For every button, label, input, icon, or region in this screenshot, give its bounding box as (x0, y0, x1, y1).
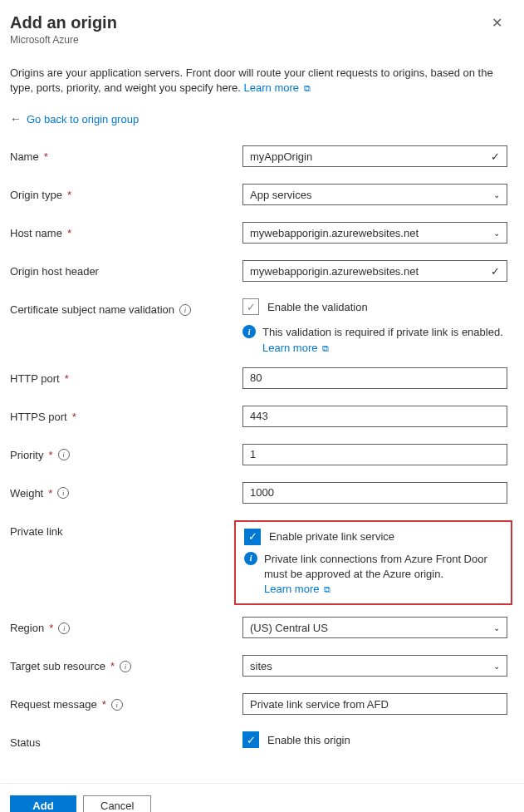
region-label: Region* i (10, 617, 242, 634)
private-link-checkbox[interactable]: ✓ (244, 529, 261, 545)
info-icon[interactable]: i (57, 487, 69, 499)
info-icon: i (244, 552, 257, 565)
info-icon[interactable]: i (58, 449, 70, 460)
origin-type-select[interactable]: App services ⌄ (242, 184, 507, 205)
private-link-learn-more-link[interactable]: Learn more ⧉ (264, 583, 331, 595)
info-icon[interactable]: i (111, 699, 123, 711)
cancel-button[interactable]: Cancel (83, 795, 151, 812)
chevron-down-icon: ⌄ (493, 229, 500, 238)
request-message-label: Request message* i (10, 693, 242, 711)
host-name-select[interactable]: mywebapporigin.azurewebsites.net ⌄ (242, 222, 507, 244)
target-sub-resource-label: Target sub resource* i (10, 655, 242, 672)
origin-type-label: Origin type* (10, 184, 242, 201)
name-label: Name* (10, 145, 242, 163)
origin-host-header-input[interactable]: mywebapporigin.azurewebsites.net ✓ (242, 260, 507, 282)
http-port-label: HTTP port* (10, 367, 242, 385)
status-checkbox-label: Enable this origin (267, 734, 350, 746)
info-icon[interactable]: i (58, 623, 70, 634)
chevron-down-icon: ⌄ (493, 662, 500, 671)
weight-input[interactable] (242, 482, 507, 504)
host-name-label: Host name* (10, 222, 242, 239)
private-link-highlight-box: ✓ Enable private link service i Private … (234, 520, 512, 606)
weight-label: Weight* i (10, 482, 242, 500)
cert-validation-checkbox[interactable]: ✓ (242, 298, 259, 315)
add-button[interactable]: Add (10, 795, 76, 812)
target-sub-resource-select[interactable]: sites ⌄ (242, 655, 507, 677)
cert-validation-checkbox-label: Enable the validation (267, 301, 368, 313)
https-port-label: HTTPS port* (10, 406, 242, 423)
cert-validation-label: Certificate subject name validation i (10, 298, 242, 316)
private-link-label: Private link (10, 520, 242, 538)
external-link-icon: ⧉ (304, 83, 311, 93)
info-icon: i (242, 325, 256, 338)
panel-title: Add an origin (10, 13, 117, 32)
region-select[interactable]: (US) Central US ⌄ (242, 617, 507, 638)
cert-validation-learn-more-link[interactable]: Learn more ⧉ (262, 342, 329, 354)
checkmark-icon: ✓ (491, 265, 500, 278)
private-link-checkbox-label: Enable private link service (269, 530, 394, 543)
priority-label: Priority* i (10, 444, 242, 461)
external-link-icon: ⧉ (324, 584, 331, 594)
chevron-down-icon: ⌄ (493, 623, 500, 632)
arrow-left-icon: ← (10, 112, 22, 125)
status-checkbox[interactable]: ✓ (242, 731, 259, 748)
panel-subtitle: Microsoft Azure (10, 34, 507, 46)
description-text: Origins are your application servers. Fr… (10, 66, 507, 96)
name-input[interactable]: myAppOrigin ✓ (242, 145, 507, 167)
back-to-origin-group-link[interactable]: ← Go back to origin group (10, 112, 507, 125)
info-icon[interactable]: i (120, 661, 131, 672)
https-port-input[interactable] (242, 406, 507, 427)
http-port-input[interactable] (242, 367, 507, 389)
priority-input[interactable] (242, 444, 507, 465)
external-link-icon: ⧉ (322, 343, 329, 353)
origin-host-header-label: Origin host header (10, 260, 242, 278)
status-label: Status (10, 731, 242, 749)
info-icon[interactable]: i (179, 304, 191, 316)
close-button[interactable]: ✕ (487, 13, 507, 32)
chevron-down-icon: ⌄ (493, 190, 500, 199)
request-message-input[interactable] (242, 693, 507, 715)
description-learn-more-link[interactable]: Learn more ⧉ (244, 81, 311, 94)
checkmark-icon: ✓ (491, 150, 500, 163)
